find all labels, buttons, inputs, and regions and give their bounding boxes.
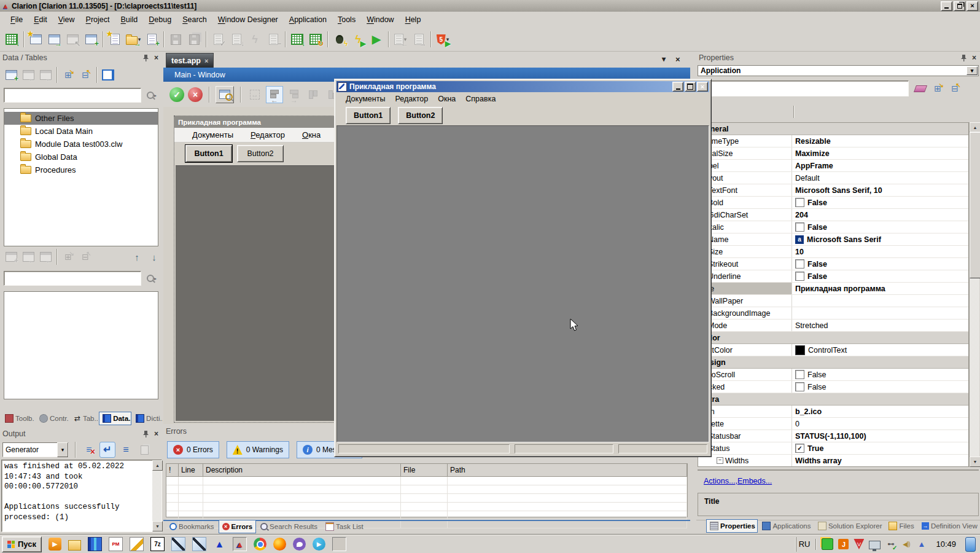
column-header-[interactable]: ! xyxy=(166,464,179,476)
scrollbar-thumb[interactable] xyxy=(970,132,980,278)
menu-project[interactable]: Project xyxy=(80,14,115,26)
column-header-description[interactable]: Description xyxy=(203,464,401,476)
maximize-button[interactable] xyxy=(685,82,696,92)
preview-menu-окна[interactable]: Окна xyxy=(297,129,326,141)
property-row-strikeout[interactable]: StrikeoutFalse xyxy=(698,258,968,270)
right-tab-properties[interactable]: Properties xyxy=(706,519,758,533)
menu-edit[interactable]: Edit xyxy=(28,14,53,26)
word-wrap-icon[interactable]: ↵ xyxy=(100,442,115,457)
menu-debug[interactable]: Debug xyxy=(143,14,177,26)
firefox-icon[interactable] xyxy=(273,538,286,551)
checkbox-unchecked[interactable] xyxy=(795,272,804,281)
property-row-title[interactable]: TitleПрикладная программа xyxy=(698,283,968,295)
property-section-color[interactable]: Color xyxy=(698,332,968,344)
app-window[interactable]: Прикладная программа × ДокументыРедактор… xyxy=(334,79,712,457)
output-category-combo[interactable]: Generator ▾ xyxy=(2,442,69,457)
preview-window-icon[interactable] xyxy=(216,86,234,103)
filter-0-warnings[interactable]: !0 Warnings xyxy=(227,441,289,458)
property-section-general[interactable]: General xyxy=(698,123,968,135)
menu-search[interactable]: Search xyxy=(177,14,212,26)
scroll-down-icon[interactable]: ▼ xyxy=(152,521,163,531)
network-tray-icon[interactable] xyxy=(822,538,833,550)
language-indicator[interactable]: RU xyxy=(799,539,811,549)
left-tab-contr[interactable]: Contr... xyxy=(36,412,69,425)
property-row-initialsize[interactable]: InitialSizeMaximize xyxy=(698,147,968,160)
right-tab-applications[interactable]: Applications xyxy=(758,519,813,533)
start-button[interactable]: Пуск xyxy=(2,536,42,552)
tree-item-procedures[interactable]: Procedures xyxy=(4,163,158,176)
dropdown-icon[interactable]: ▾ xyxy=(966,66,978,75)
data-tables-search-input[interactable] xyxy=(4,88,141,103)
close-button[interactable]: × xyxy=(697,82,708,92)
menu-help[interactable]: Help xyxy=(400,14,427,26)
checkbox-unchecked[interactable] xyxy=(795,198,804,207)
java-tray-icon[interactable]: J xyxy=(838,539,849,549)
properties-filter-input[interactable] xyxy=(698,80,909,96)
menu-window[interactable]: Window xyxy=(361,14,399,26)
property-row-wallpaper[interactable]: WallPaper xyxy=(698,295,968,307)
pin-icon[interactable] xyxy=(142,54,149,61)
property-row-palette[interactable]: Palette0 xyxy=(698,418,968,430)
clear-output-icon[interactable]: ≡ × xyxy=(82,442,96,457)
errors-tab-bookmarks[interactable]: Bookmarks xyxy=(166,520,218,533)
column-header-path[interactable]: Path xyxy=(448,464,687,476)
app-menu-окна[interactable]: Окна xyxy=(434,93,460,104)
window-titlebar[interactable]: ▲ Clarion [Clarion 11.0.13505] - [D:\cla… xyxy=(0,0,980,12)
clarion-tray-icon[interactable]: ▲ xyxy=(916,539,927,549)
left-tab-dicti[interactable]: Dicti... xyxy=(132,412,163,425)
property-section-extra[interactable]: Extra xyxy=(698,393,968,406)
tree-item-local-data-main[interactable]: Local Data Main xyxy=(4,125,158,138)
column-header-file[interactable]: File xyxy=(401,464,448,476)
errors-tab-task-list[interactable]: Task List xyxy=(322,520,367,533)
close-pad-icon[interactable]: × xyxy=(971,53,978,62)
property-row-gdicharset[interactable]: GdiCharSet204 xyxy=(698,209,968,221)
property-row-frametype[interactable]: FrameTypeResizable xyxy=(698,135,968,147)
search-icon[interactable]: ▸ xyxy=(145,273,158,284)
property-grid-scrollbar[interactable]: ▲ ▼ xyxy=(969,122,979,467)
property-row-name[interactable]: NameaMicrosoft Sans Serif xyxy=(698,233,968,246)
usb-tray-icon[interactable]: ⊷ xyxy=(885,539,896,549)
columns-view-icon[interactable] xyxy=(99,66,117,84)
close-tab-icon[interactable]: × xyxy=(204,57,208,65)
add-column-icon[interactable]: + xyxy=(2,66,20,84)
property-row-size[interactable]: Size10 xyxy=(698,246,968,258)
property-row-statusbar[interactable]: StatusbarSTATUS(-1,110,100) xyxy=(698,430,968,442)
right-tab-files[interactable]: Files xyxy=(885,519,917,533)
expand-all-icon[interactable]: ⊞↘ xyxy=(932,83,943,94)
search-icon[interactable]: ▸ xyxy=(145,90,158,101)
menu-application[interactable]: Application xyxy=(284,14,332,26)
run-icon[interactable]: ▶ xyxy=(367,30,386,49)
collapse-all-icon[interactable]: ⊟↖ xyxy=(949,83,960,94)
output-scrollbar[interactable]: ▲ ▼ xyxy=(152,460,161,531)
errors-tab-errors[interactable]: ×Errors xyxy=(219,520,257,533)
clarion-pen-icon[interactable] xyxy=(192,537,206,551)
open-application-icon[interactable]: →▾ xyxy=(124,30,142,49)
left-tab-tab[interactable]: ⇄Tab... xyxy=(70,412,98,425)
window-add-icon[interactable]: + xyxy=(82,30,100,49)
right-tab-solution-explorer[interactable]: Solution Explorer xyxy=(814,519,885,533)
collapse-all-icon[interactable]: ⊟↖ xyxy=(77,66,94,84)
pm-document-icon[interactable]: PM xyxy=(109,537,123,551)
toggle-list-icon[interactable]: ≡ xyxy=(119,442,133,457)
left-tab-toolb[interactable]: Toolb... xyxy=(1,412,35,425)
property-row-icon[interactable]: Iconb_2.ico xyxy=(698,406,968,418)
object-selector[interactable]: Application ▾ xyxy=(698,65,979,76)
expand-all-icon[interactable]: ⊞↘ xyxy=(60,66,77,84)
property-row-autoscroll[interactable]: AutoScrollFalse xyxy=(698,369,968,381)
debug-icon[interactable]: ϟ xyxy=(330,30,349,49)
checkbox-checked[interactable]: ✓ xyxy=(795,444,804,453)
filter-0-errors[interactable]: ×0 Errors xyxy=(167,441,219,458)
close-pad-icon[interactable]: × xyxy=(153,53,160,62)
app-button2-button[interactable]: Button2 xyxy=(398,107,443,124)
7zip-icon[interactable]: 7z xyxy=(150,537,165,551)
synchronize-tables-icon[interactable]: ↻ xyxy=(306,30,325,49)
actions-link[interactable]: Actions... xyxy=(704,477,737,485)
minimize-button[interactable] xyxy=(672,82,683,92)
minimize-button[interactable] xyxy=(941,1,952,11)
deploy-html-icon[interactable]: 5▶▾ xyxy=(434,30,452,49)
column-header-line[interactable]: Line xyxy=(179,464,203,476)
scroll-up-icon[interactable]: ▲ xyxy=(152,460,163,471)
accept-button[interactable]: ✓ xyxy=(169,87,184,102)
preview-button1-button[interactable]: Button1 xyxy=(185,145,232,162)
app-window-client-area[interactable] xyxy=(336,125,709,442)
